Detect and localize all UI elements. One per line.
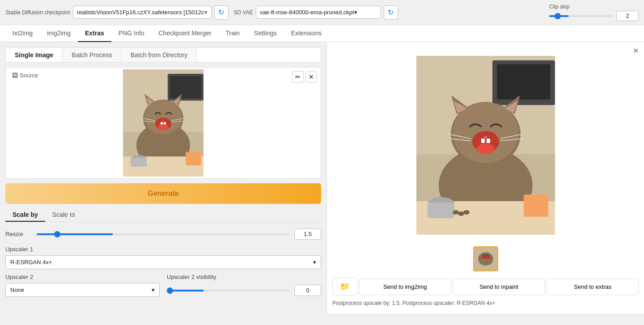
vae-arrow-icon: ▾ (354, 9, 357, 16)
svg-rect-51 (428, 203, 454, 218)
upscaler2-row: Upscaler 2 None ▾ Upscaler 2 visibility … (5, 274, 321, 298)
tab-png-info[interactable]: PNG Info (111, 25, 152, 42)
upscaler1-select[interactable]: R-ESRGAN 4x+ ▾ (5, 255, 321, 269)
subtab-batch-process[interactable]: Batch Process (63, 48, 121, 62)
open-folder-button[interactable]: 📁 (332, 278, 357, 295)
checkpoint-arrow-icon: ▾ (204, 9, 208, 16)
checkpoint-value: realisticVisionV51Fp16.czXY.safetensors … (77, 9, 204, 16)
svg-point-53 (453, 210, 459, 215)
clip-group: Clip skip 2 (549, 4, 639, 21)
send-img2img-button[interactable]: Send to img2img (359, 279, 451, 295)
vae-value: vae-ft-mse-840000-ema-pruned.ckpt (260, 9, 354, 16)
svg-rect-40 (487, 139, 490, 143)
checkpoint-select[interactable]: realisticVisionV51Fp16.czXY.safetensors … (73, 6, 212, 19)
scale-tab-to[interactable]: Scale to (45, 208, 82, 222)
resize-row: Resize 1.5 (5, 227, 321, 241)
clip-label: Clip skip (549, 4, 639, 10)
upscaler1-arrow-icon: ▾ (313, 259, 316, 266)
output-image-container (332, 47, 639, 243)
upscaler1-value: R-ESRGAN 4x+ (10, 259, 52, 266)
left-panel: Single Image Batch Process Batch from Di… (0, 42, 326, 313)
image-controls: ✏ ✕ (292, 71, 317, 83)
tab-img2img[interactable]: img2img (40, 25, 78, 42)
subtab-batch-directory[interactable]: Batch from Directory (122, 48, 197, 62)
postprocess-text: Postprocess upscale by: 1.5, Postprocess… (332, 298, 639, 308)
edit-image-button[interactable]: ✏ (292, 71, 304, 83)
send-extras-button[interactable]: Send to extras (547, 279, 639, 295)
svg-point-55 (463, 210, 470, 215)
svg-point-59 (480, 256, 490, 259)
tabs-bar: txt2img img2img Extras PNG Info Checkpoi… (0, 25, 644, 42)
svg-rect-25 (186, 152, 201, 165)
svg-rect-52 (524, 194, 548, 217)
vae-label: SD VAE (234, 9, 253, 16)
close-image-button[interactable]: ✕ (305, 71, 317, 83)
right-panel: ✕ (326, 42, 644, 313)
upscaler2-label: Upscaler 2 (5, 274, 160, 280)
thumbnail-row (332, 243, 639, 275)
svg-rect-3 (170, 76, 201, 98)
resize-value: 1.5 (294, 228, 321, 240)
clip-row: 2 (549, 11, 639, 21)
clip-value: 2 (616, 11, 639, 21)
output-thumbnail[interactable] (473, 246, 498, 271)
folder-icon: 📁 (340, 282, 350, 291)
svg-point-14 (158, 124, 169, 131)
svg-rect-24 (131, 158, 147, 167)
resize-slider[interactable] (37, 233, 290, 235)
close-right-button[interactable]: ✕ (631, 46, 640, 55)
scale-tab-by[interactable]: Scale by (5, 208, 45, 222)
vae-group: SD VAE vae-ft-mse-840000-ema-pruned.ckpt… (234, 5, 398, 20)
svg-rect-39 (481, 139, 485, 143)
subtab-single-image[interactable]: Single Image (6, 48, 63, 62)
upscaler2-visibility-value: 0 (294, 285, 321, 296)
tab-extras[interactable]: Extras (78, 25, 111, 42)
generate-button[interactable]: Generate (5, 183, 321, 204)
upscaler2-value: None (10, 287, 24, 293)
scale-tabs: Scale by Scale to (5, 208, 321, 222)
tab-checkpoint-merger[interactable]: Checkpoint Merger (151, 25, 218, 42)
upscaler1-section: Upscaler 1 R-ESRGAN 4x+ ▾ (5, 246, 321, 269)
tab-extensions[interactable]: Extensions (284, 25, 329, 42)
tab-train[interactable]: Train (219, 25, 247, 42)
source-label: 🖼 Source (9, 71, 41, 80)
svg-point-41 (477, 144, 495, 154)
image-icon: 🖼 (12, 72, 18, 79)
output-image (416, 56, 555, 235)
upscaler2-arrow-icon: ▾ (152, 287, 155, 293)
svg-point-54 (458, 211, 464, 216)
upscaler2-select[interactable]: None ▾ (5, 283, 160, 297)
checkpoint-group: Stable Diffusion checkpoint realisticVis… (5, 5, 229, 20)
send-inpaint-button[interactable]: Send to inpaint (453, 279, 545, 295)
upscaler2-col: Upscaler 2 None ▾ (5, 274, 160, 298)
clip-skip-slider[interactable] (549, 15, 613, 17)
sub-tabs: Single Image Batch Process Batch from Di… (5, 47, 321, 63)
upscaler2-visibility-col: Upscaler 2 visibility 0 (167, 274, 321, 298)
checkpoint-refresh-button[interactable]: ↻ (214, 5, 229, 20)
upscaler1-label: Upscaler 1 (5, 246, 321, 253)
upscaler2-visibility-label: Upscaler 2 visibility (167, 274, 321, 280)
source-text: Source (20, 72, 38, 79)
source-image (123, 69, 203, 177)
tab-settings[interactable]: Settings (247, 25, 284, 42)
main-layout: Single Image Batch Process Batch from Di… (0, 42, 644, 313)
resize-label: Resize (5, 231, 32, 237)
vae-refresh-button[interactable]: ↻ (384, 5, 398, 20)
checkpoint-label: Stable Diffusion checkpoint (5, 9, 70, 16)
upscaler2-visibility-slider[interactable] (167, 290, 290, 291)
image-upload-area[interactable]: 🖼 Source ✏ ✕ (5, 67, 321, 179)
action-buttons: 📁 Send to img2img Send to inpaint Send t… (332, 275, 639, 298)
top-bar: Stable Diffusion checkpoint realisticVis… (0, 0, 644, 25)
vae-select[interactable]: vae-ft-mse-840000-ema-pruned.ckpt ▾ (256, 6, 381, 19)
upscaler2-visibility-row: 0 (167, 283, 321, 298)
tab-txt2img[interactable]: txt2img (5, 25, 40, 42)
svg-rect-30 (497, 65, 550, 99)
